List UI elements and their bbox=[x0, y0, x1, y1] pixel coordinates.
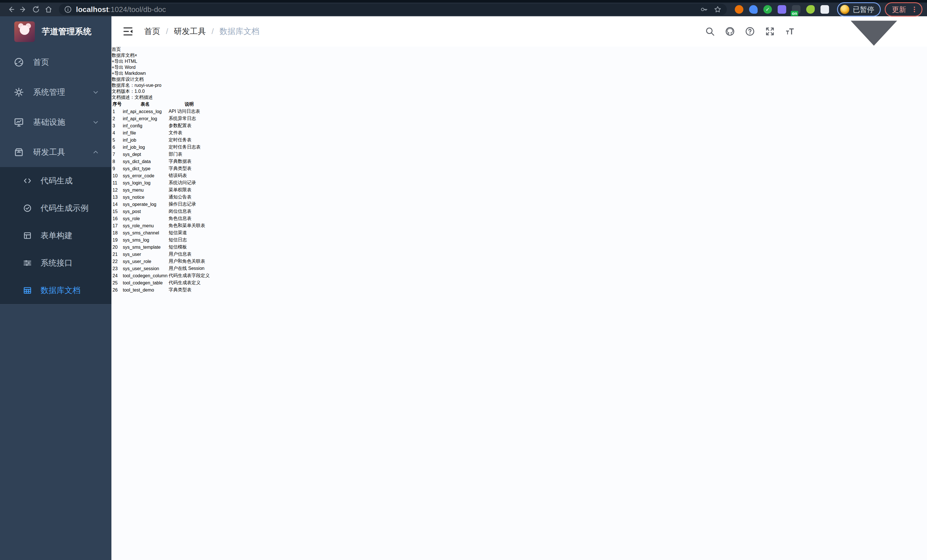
close-icon[interactable]: × bbox=[135, 53, 137, 58]
table-name-link[interactable]: sys_sms_channel bbox=[123, 231, 159, 235]
badge-check-icon bbox=[23, 203, 32, 213]
sidebar-item-研发工具[interactable]: 研发工具 bbox=[0, 137, 111, 167]
table-name-link[interactable]: inf_api_access_log bbox=[123, 109, 162, 114]
star-icon[interactable] bbox=[714, 5, 722, 14]
table-name-link[interactable]: sys_user_session bbox=[123, 266, 159, 271]
table-name-link[interactable]: sys_login_log bbox=[123, 181, 150, 185]
table-name-link[interactable]: sys_dept bbox=[123, 152, 141, 157]
sidebar-subitem-label: 代码生成 bbox=[41, 175, 73, 186]
table-name-link[interactable]: inf_job bbox=[123, 138, 136, 143]
help-icon[interactable] bbox=[745, 26, 755, 36]
table-name-link[interactable]: sys_sms_template bbox=[123, 245, 161, 250]
fold-sidebar-icon[interactable] bbox=[122, 26, 134, 37]
table-name-link[interactable]: inf_api_error_log bbox=[123, 116, 157, 121]
home-button[interactable] bbox=[42, 4, 55, 15]
table-cell-index: 8 bbox=[112, 158, 122, 165]
key-icon[interactable] bbox=[700, 5, 708, 14]
table-name-link[interactable]: sys_error_code bbox=[123, 173, 154, 178]
table-cell-index: 4 bbox=[112, 130, 122, 136]
browser-profile-chip[interactable]: 已暂停 bbox=[837, 2, 881, 17]
sidebar-subitem-代码生成示例[interactable]: 代码生成示例 bbox=[0, 194, 111, 222]
forward-button[interactable] bbox=[17, 4, 30, 15]
avatar[interactable] bbox=[805, 23, 821, 40]
document-meta-line: 文档版本：1.0.0 bbox=[112, 88, 927, 94]
github-icon[interactable] bbox=[725, 26, 735, 36]
sidebar-item-label: 研发工具 bbox=[33, 147, 65, 158]
sidebar-logo-row[interactable]: 芋道管理系统 bbox=[0, 16, 111, 47]
table-name-link[interactable]: tool_test_demo bbox=[123, 288, 154, 293]
search-icon[interactable] bbox=[705, 26, 715, 36]
extension-puzzle-icon[interactable] bbox=[821, 5, 829, 14]
back-button[interactable] bbox=[5, 4, 17, 15]
sidebar-item-基础设施[interactable]: 基础设施 bbox=[0, 107, 111, 137]
table-cell-name: sys_login_log bbox=[123, 180, 168, 186]
export-button-导出-Markdown[interactable]: +导出 Markdown bbox=[112, 71, 927, 76]
table-name-link[interactable]: inf_job_log bbox=[123, 145, 145, 150]
table-name-link[interactable]: sys_role bbox=[123, 216, 140, 221]
kebab-menu-icon[interactable] bbox=[911, 6, 918, 13]
breadcrumb-item-研发工具[interactable]: 研发工具 bbox=[174, 26, 206, 37]
reload-button[interactable] bbox=[30, 4, 42, 15]
table-row: 25tool_codegen_table代码生成表定义 bbox=[112, 279, 210, 286]
table-cell-index: 18 bbox=[112, 229, 122, 236]
export-button-导出-Word[interactable]: +导出 Word bbox=[112, 65, 927, 71]
address-bar[interactable]: localhost:1024/tool/db-doc bbox=[59, 4, 727, 15]
table-name-link[interactable]: sys_menu bbox=[123, 188, 144, 193]
table-row: 10sys_error_code错误码表 bbox=[112, 173, 210, 179]
extension-check-icon[interactable]: ✓ bbox=[763, 5, 772, 14]
meta-value: 1.0.0 bbox=[135, 89, 145, 94]
info-icon[interactable] bbox=[64, 5, 72, 14]
sidebar-menu: 首页系统管理基础设施研发工具 bbox=[0, 47, 111, 167]
font-size-icon[interactable] bbox=[785, 26, 795, 36]
sidebar-item-首页[interactable]: 首页 bbox=[0, 47, 111, 77]
breadcrumb-item-首页[interactable]: 首页 bbox=[144, 26, 160, 37]
table-name-link[interactable]: sys_sms_log bbox=[123, 238, 149, 243]
table-row: 26tool_test_demo字典类型表 bbox=[112, 287, 210, 293]
table-name-link[interactable]: tool_codegen_table bbox=[123, 281, 163, 285]
tab-首页[interactable]: 首页 bbox=[112, 47, 927, 53]
sidebar-subitem-数据库文档[interactable]: 数据库文档 bbox=[0, 277, 111, 304]
browser-update-button[interactable]: 更新 bbox=[885, 2, 922, 17]
table-cell-index: 24 bbox=[112, 272, 122, 279]
extension-pin-icon[interactable] bbox=[749, 5, 758, 14]
extension-leaf-icon[interactable] bbox=[806, 5, 815, 14]
extension-grid-icon[interactable] bbox=[778, 5, 786, 14]
table-column-header: 序号 bbox=[112, 101, 122, 108]
table-name-link[interactable]: sys_user_role bbox=[123, 259, 151, 264]
extension-orange-icon[interactable] bbox=[735, 5, 743, 14]
chevron-down-icon bbox=[92, 118, 99, 126]
table-name-link[interactable]: inf_config bbox=[123, 123, 143, 128]
table-cell-name: sys_role bbox=[123, 216, 168, 222]
sidebar-item-系统管理[interactable]: 系统管理 bbox=[0, 77, 111, 107]
table-cell-index: 25 bbox=[112, 279, 122, 286]
table-cell-description: API 访问日志表 bbox=[169, 108, 210, 115]
tab-数据库文档[interactable]: 数据库文档× bbox=[112, 53, 927, 59]
table-name-link[interactable]: sys_dict_data bbox=[123, 159, 151, 164]
table-name-link[interactable]: sys_dict_type bbox=[123, 166, 150, 171]
extension-dark-icon[interactable]: on bbox=[792, 5, 801, 14]
table-name-link[interactable]: sys_user bbox=[123, 252, 141, 257]
table-cell-name: sys_dept bbox=[123, 151, 168, 158]
table-name-link[interactable]: tool_codegen_column bbox=[123, 273, 168, 278]
table-row: 19sys_sms_log短信日志 bbox=[112, 237, 210, 243]
extension-on-badge: on bbox=[791, 11, 798, 16]
table-name-link[interactable]: sys_notice bbox=[123, 195, 144, 200]
sidebar-subitem-系统接口[interactable]: 系统接口 bbox=[0, 249, 111, 277]
browser-tab-strip bbox=[0, 0, 927, 3]
sidebar-subitem-label: 数据库文档 bbox=[41, 285, 81, 296]
table-name-link[interactable]: sys_post bbox=[123, 209, 141, 214]
url-text[interactable]: localhost:1024/tool/db-doc bbox=[76, 5, 700, 14]
sidebar-subitem-表单构建[interactable]: 表单构建 bbox=[0, 222, 111, 249]
table-cell-index: 19 bbox=[112, 237, 122, 243]
table-cell-name: sys_dict_type bbox=[123, 165, 168, 172]
table-name-link[interactable]: sys_role_menu bbox=[123, 223, 154, 228]
table-row: 8sys_dict_data字典数据表 bbox=[112, 158, 210, 165]
form-icon bbox=[23, 231, 32, 240]
sidebar-subitem-代码生成[interactable]: 代码生成 bbox=[0, 167, 111, 194]
meta-value: ruoyi-vue-pro bbox=[135, 83, 161, 88]
table-name-link[interactable]: inf_file bbox=[123, 131, 136, 135]
export-button-导出-HTML[interactable]: +导出 HTML bbox=[112, 59, 927, 65]
fullscreen-icon[interactable] bbox=[765, 26, 775, 36]
table-name-link[interactable]: sys_operate_log bbox=[123, 202, 156, 207]
table-cell-name: tool_test_demo bbox=[123, 287, 168, 293]
